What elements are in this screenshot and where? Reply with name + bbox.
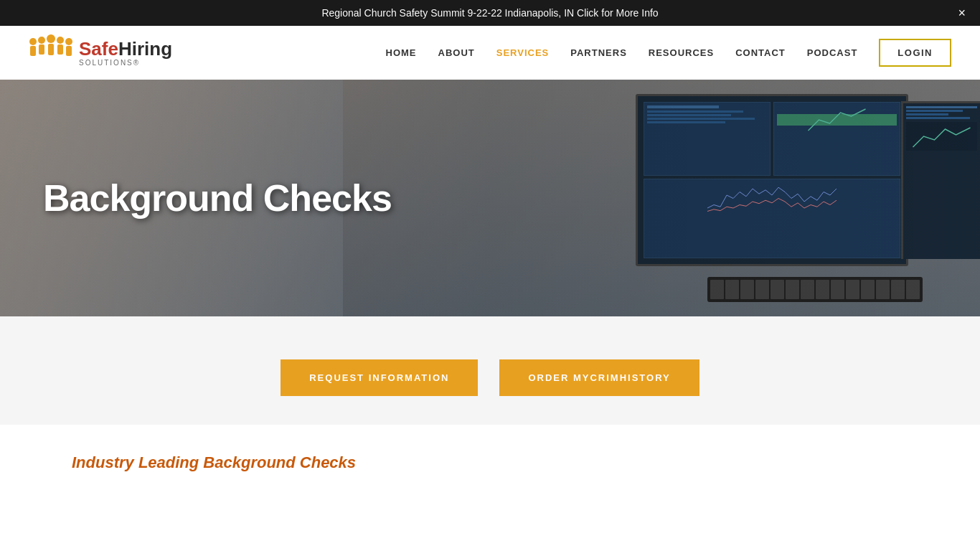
- request-information-button[interactable]: REQUEST INFORMATION: [281, 359, 478, 396]
- nav-partners[interactable]: PARTNERS: [570, 47, 627, 58]
- svg-rect-5: [48, 44, 54, 55]
- cta-section: REQUEST INFORMATION ORDER MYCRIMHISTORY: [0, 316, 980, 425]
- nav-home[interactable]: HOME: [386, 47, 417, 58]
- svg-rect-1: [30, 46, 36, 56]
- announcement-bar: Regional Church Safety Summit 9-22-22 In…: [0, 0, 980, 26]
- logo-text: SafeHiring: [79, 39, 172, 60]
- svg-rect-3: [39, 44, 44, 55]
- svg-point-6: [57, 37, 64, 44]
- svg-rect-7: [57, 44, 63, 55]
- announcement-text: Regional Church Safety Summit 9-22-22 In…: [321, 7, 658, 19]
- nav-contact[interactable]: CONTACT: [735, 47, 786, 58]
- svg-point-8: [65, 38, 72, 45]
- nav-about[interactable]: ABOUT: [438, 47, 475, 58]
- svg-point-2: [38, 37, 45, 44]
- hero-title-area: Background Checks: [43, 176, 392, 220]
- bottom-teaser-section: Industry Leading Background Checks: [0, 425, 980, 486]
- svg-point-0: [29, 38, 37, 45]
- main-nav: HOME ABOUT SERVICES PARTNERS RESOURCES C…: [386, 39, 951, 67]
- logo-hiring: Hiring: [118, 38, 172, 60]
- announcement-close-button[interactable]: ×: [958, 6, 966, 19]
- bottom-teaser-title: Industry Leading Background Checks: [72, 453, 908, 472]
- login-button[interactable]: LOGIN: [879, 39, 951, 67]
- svg-rect-9: [66, 46, 72, 56]
- header: SafeHiring SOLUTIONS® HOME ABOUT SERVICE…: [0, 26, 980, 80]
- nav-resources[interactable]: RESOURCES: [649, 47, 714, 58]
- logo-solutions: SOLUTIONS®: [79, 59, 172, 67]
- order-mycrimhistory-button[interactable]: ORDER MYCRIMHISTORY: [499, 359, 699, 396]
- svg-point-4: [47, 34, 55, 43]
- logo-safe: Safe: [79, 38, 118, 60]
- nav-podcast[interactable]: PODCAST: [807, 47, 858, 58]
- hero-title: Background Checks: [43, 176, 392, 220]
- nav-services[interactable]: SERVICES: [496, 47, 550, 58]
- logo[interactable]: SafeHiring SOLUTIONS®: [29, 33, 172, 72]
- logo-icon: [29, 33, 73, 72]
- hero-section: Background Checks: [0, 80, 980, 316]
